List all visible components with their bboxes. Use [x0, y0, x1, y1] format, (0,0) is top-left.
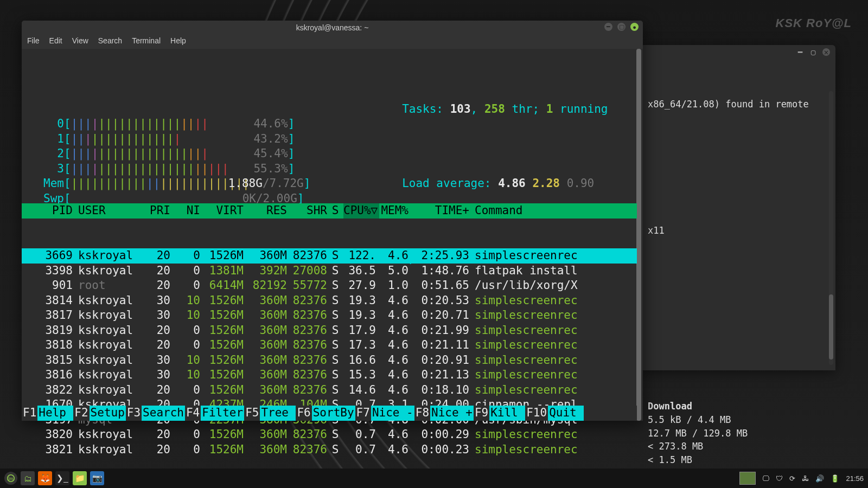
download-line: 12.7 MB / 129.8 MB	[648, 427, 828, 440]
process-row[interactable]: 901root2006414M8219255772S27.91.00:51.65…	[22, 278, 637, 293]
term2-line: x86_64/21.08) found in remote	[648, 98, 828, 111]
watermark: KSK RoY@L	[776, 16, 852, 30]
tray-display-icon[interactable]: 🖵	[762, 474, 769, 483]
tasks-label: Tasks:	[402, 102, 450, 115]
download-line: 5.5 kB / 4.4 MB	[648, 413, 828, 427]
menu-icon[interactable]: lm	[4, 472, 17, 485]
process-table-header[interactable]: PID USER PRI NI VIRT RES SHR S CPU%▽ MEM…	[22, 203, 637, 219]
fkey-f2[interactable]: F2Setup	[73, 406, 126, 421]
main-terminal-window[interactable]: kskroyal@vanessa: ~ ━ ▢ ● FileEditViewSe…	[22, 21, 643, 421]
tasks-procs: 103	[450, 102, 471, 115]
term2-output: x86_64/21.08) found in remote x11	[648, 71, 828, 264]
close-icon[interactable]: ✕	[822, 48, 830, 56]
fkey-f8[interactable]: F8Nice +	[414, 406, 474, 421]
tasks-threads: 258	[484, 102, 505, 115]
menu-file[interactable]: File	[27, 36, 40, 49]
menu-help[interactable]: Help	[170, 36, 186, 49]
fkey-f3[interactable]: F3Search	[126, 406, 185, 421]
process-row[interactable]: 3815kskroyal30101526M360M82376S16.64.60:…	[22, 353, 637, 368]
menu-view[interactable]: View	[72, 36, 88, 49]
close-icon[interactable]: ●	[630, 23, 639, 31]
col-res[interactable]: RES	[247, 203, 290, 219]
col-virt[interactable]: VIRT	[203, 203, 247, 219]
process-row[interactable]: 3816kskroyal30101526M360M82376S15.34.60:…	[22, 368, 637, 383]
screenshot-icon[interactable]: 📷	[90, 471, 104, 485]
scrollbar-thumb[interactable]	[636, 49, 641, 421]
tray-volume-icon[interactable]: 🔊	[815, 474, 824, 483]
fkey-f10[interactable]: F10Quit	[525, 406, 584, 421]
fkey-f4[interactable]: F4Filter	[185, 406, 244, 421]
col-ni[interactable]: NI	[174, 203, 203, 219]
firefox-icon[interactable]: 🦊	[38, 471, 52, 485]
clock[interactable]: 21:56	[846, 474, 864, 483]
col-command[interactable]: Command	[473, 203, 637, 219]
col-mem[interactable]: MEM%	[379, 203, 412, 219]
fkey-f5[interactable]: F5Tree	[244, 406, 296, 421]
menu-search[interactable]: Search	[98, 36, 122, 49]
col-user[interactable]: USER	[76, 203, 137, 219]
process-row[interactable]: 3398kskroyal2001381M392M27008S36.55.01:4…	[22, 264, 637, 279]
fkey-f7[interactable]: F7Nice -	[355, 406, 414, 421]
taskbar[interactable]: lm 🗂 🦊 ❯_ 📁 📷 🖵 🛡 ⟳ 🖧 🔊 🔋 21:56	[0, 468, 868, 488]
svg-text:lm: lm	[9, 476, 14, 481]
menu-terminal[interactable]: Terminal	[132, 36, 161, 49]
process-row[interactable]: 3821kskroyal2001526M360M82376S0.74.60:00…	[22, 442, 637, 458]
function-key-bar: F1HelpF2SetupF3SearchF4FilterF5TreeF6Sor…	[22, 406, 637, 421]
files2-icon[interactable]: 📁	[73, 471, 87, 485]
terminal-icon[interactable]: ❯_	[55, 471, 69, 485]
minimize-icon[interactable]: ━	[796, 48, 804, 56]
process-row[interactable]: 3819kskroyal2001526M360M82376S17.94.60:2…	[22, 323, 637, 338]
download-header: Download	[648, 400, 828, 413]
process-row[interactable]: 3814kskroyal30101526M360M82376S19.34.60:…	[22, 293, 637, 309]
process-row[interactable]: 3818kskroyal2001526M360M82376S17.34.60:2…	[22, 338, 637, 353]
menu-edit[interactable]: Edit	[49, 36, 62, 49]
secondary-terminal-window[interactable]: ━ ▢ ✕ x86_64/21.08) found in remote x11 …	[640, 45, 835, 370]
process-row[interactable]: 3822kskroyal2001526M360M82376S14.64.60:1…	[22, 383, 637, 398]
maximize-icon[interactable]: ▢	[617, 23, 626, 31]
col-cpu[interactable]: CPU%▽	[343, 203, 379, 219]
fkey-f1[interactable]: F1Help	[22, 406, 73, 421]
col-pri[interactable]: PRI	[137, 203, 174, 219]
files-icon[interactable]: 🗂	[21, 471, 35, 485]
window-thumb[interactable]	[739, 472, 756, 485]
terminal-content[interactable]: 0[||||||||||||||||||||44.6%]1[||||||||||…	[22, 49, 643, 421]
fkey-f6[interactable]: F6SortBy	[296, 406, 355, 421]
download-line: < 273.8 MB	[648, 440, 828, 453]
fkey-f9[interactable]: F9Kill	[474, 406, 525, 421]
tray-battery-icon[interactable]: 🔋	[831, 474, 839, 483]
menubar[interactable]: FileEditViewSearchTerminalHelp	[22, 35, 643, 49]
minimize-icon[interactable]: ━	[604, 23, 612, 31]
scrollbar-thumb[interactable]	[829, 294, 833, 359]
window-title: kskroyal@vanessa: ~	[296, 23, 369, 32]
maximize-icon[interactable]: ▢	[809, 48, 817, 56]
process-row[interactable]: 3820kskroyal2001526M360M82376S0.74.60:00…	[22, 427, 637, 442]
col-pid[interactable]: PID	[22, 203, 76, 219]
tasks-running-count: 1	[546, 102, 553, 115]
tray-network-icon[interactable]: 🖧	[802, 474, 809, 483]
term2-line: x11	[648, 224, 828, 237]
col-s[interactable]: S	[330, 203, 343, 219]
col-time[interactable]: TIME+	[412, 203, 473, 219]
tray-shield-icon[interactable]: 🛡	[776, 474, 783, 483]
process-row[interactable]: 3669kskroyal2001526M360M82376S122.4.62:2…	[22, 248, 637, 264]
download-line: < 1.5 MB	[648, 453, 828, 467]
col-shr[interactable]: SHR	[290, 203, 330, 219]
tray-updates-icon[interactable]: ⟳	[789, 474, 795, 483]
process-row[interactable]: 3817kskroyal30101526M360M82376S19.34.60:…	[22, 308, 637, 323]
titlebar[interactable]: kskroyal@vanessa: ~ ━ ▢ ●	[22, 21, 643, 35]
process-table: PID USER PRI NI VIRT RES SHR S CPU%▽ MEM…	[22, 174, 637, 487]
